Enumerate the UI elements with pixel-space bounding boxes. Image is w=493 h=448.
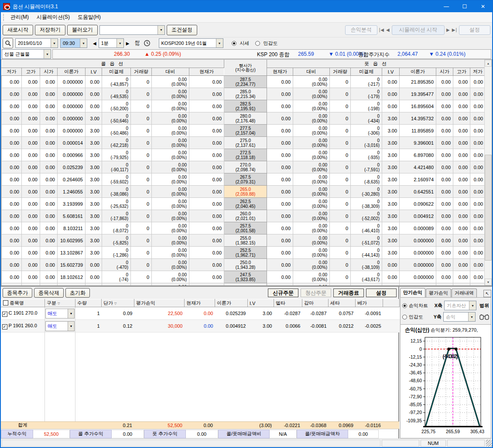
option-row[interactable]: 0.000.000.003.1939993.000(-25,632)00.00(…	[2, 198, 486, 210]
y-axis-combobox[interactable]: 손익 ▼	[443, 312, 476, 322]
option-row[interactable]: 0.000.000.000.0000000.000(-43,857)00.00(…	[2, 76, 486, 88]
maximize-button[interactable]: ☐	[455, 1, 474, 12]
condition-settings-button[interactable]: 조건설정	[167, 25, 197, 35]
save-button[interactable]: 저장하기	[35, 25, 65, 35]
option-row[interactable]: 0.000.000.0018.1026120.000(-74)00.00(0.0…	[2, 271, 486, 283]
option-row[interactable]: 0.000.000.0010.6029953.000(-5,825)00.00(…	[2, 234, 486, 247]
chevron-down-icon[interactable]: ▼	[51, 39, 58, 48]
option-column-header[interactable]: 이론가	[400, 68, 436, 76]
new-start-button[interactable]: 새로시작	[3, 25, 33, 35]
tab-trade-history[interactable]: 거래내역	[452, 288, 477, 297]
positions-column-header[interactable]: 평가손익	[134, 299, 185, 307]
profit-analysis-button[interactable]: 손익분석	[345, 25, 377, 35]
option-row[interactable]: 0.000.000.000.0252393.000(-90,117)00.00(…	[2, 161, 486, 173]
sensitivity-radio[interactable]	[255, 41, 260, 46]
popout-arrow-icon[interactable]: ↖	[483, 290, 491, 297]
option-column-header[interactable]: I.V	[86, 68, 102, 76]
option-column-header[interactable]: 저가	[470, 68, 486, 76]
option-row[interactable]: 0.000.000.000.2646053.000(-59,602)00.00(…	[2, 173, 486, 186]
x-axis-combobox[interactable]: 기초자산 ▼	[444, 301, 476, 310]
option-column-header[interactable]: 시가	[40, 68, 58, 76]
menu-help[interactable]: 도움말(H)	[74, 14, 105, 21]
menu-manage[interactable]: 관리(M)	[7, 14, 33, 21]
time-combobox[interactable]: 09:30 ▼	[60, 38, 87, 48]
clock-icon[interactable]	[144, 40, 151, 47]
pnl-chart-radio[interactable]	[402, 303, 407, 308]
position-row[interactable]: ✓P 1901 260.0매도▼10.1230,0000.000.0049123…	[1, 320, 400, 333]
zoom-search-button[interactable]	[3, 38, 13, 48]
resize-grip[interactable]	[486, 440, 492, 447]
option-column-header[interactable]: 시가	[436, 68, 453, 76]
option-row[interactable]: 0.000.000.000.0000000.000(-49,535)00.00(…	[2, 88, 486, 100]
option-row[interactable]: 0.000.000.001.2460553.000(-38,086)00.00(…	[2, 186, 486, 198]
option-row[interactable]: 0.000.000.000.0000003.000(-50,646)00.00(…	[2, 112, 486, 125]
option-column-header[interactable]: 저가	[2, 68, 22, 76]
chevron-down-icon[interactable]: ▼	[468, 312, 475, 321]
positions-column-header[interactable]: 구분 ▽	[45, 299, 75, 307]
positions-column-header[interactable]: 현재가	[185, 299, 215, 307]
positions-column-header[interactable]: 이론가	[215, 299, 248, 307]
sensitivity-chart-radio[interactable]	[402, 315, 407, 319]
close-trading-button[interactable]: 거래종료	[333, 288, 364, 297]
option-row[interactable]: 0.000.000.000.0009663.000(-79,925)00.00(…	[2, 149, 486, 161]
menu-simulation[interactable]: 시뮬레이션(S)	[33, 14, 74, 21]
rewind-icon[interactable]: ◀	[386, 27, 390, 32]
tab-expiry-pnl[interactable]: 만기손익	[400, 288, 425, 297]
chevron-down-icon[interactable]: ▼	[216, 39, 223, 48]
chevron-down-icon[interactable]: ▼	[116, 39, 123, 48]
liquidation-order-button[interactable]: 청산주문	[301, 288, 331, 297]
option-row[interactable]: 0.000.000.0015.6027390.000(-470)00.00(0.…	[2, 259, 486, 271]
new-order-button[interactable]: 신규주문	[268, 288, 298, 297]
auto-icon[interactable]: AUTO	[135, 40, 139, 46]
option-column-header[interactable]: 이론가	[58, 68, 86, 76]
forward-icon[interactable]: ▶	[446, 27, 450, 32]
select-all-checkbox[interactable]	[3, 300, 8, 305]
positions-column-header[interactable]: 단가 ▽	[102, 299, 134, 307]
option-row[interactable]: 0.000.000.0013.1028673.000(-1,286)00.00(…	[2, 247, 486, 259]
scrollbar-thumb[interactable]	[485, 155, 492, 261]
position-checkbox[interactable]: ✓	[2, 312, 7, 317]
option-column-header[interactable]: I.V	[382, 68, 400, 76]
positions-column-header[interactable]: 세타	[329, 299, 356, 307]
side-combobox[interactable]: 매도▼	[45, 309, 75, 319]
position-row[interactable]: ✓C 1901 270.0매도▼10.0922,5000.000.0252393…	[1, 307, 400, 320]
option-column-header[interactable]: 고가	[453, 68, 470, 76]
simulation-start-button[interactable]: 시뮬레이션 시작	[392, 25, 445, 35]
option-column-header[interactable]: 대비	[152, 68, 189, 76]
delete-item-button[interactable]: 종목삭제	[34, 288, 64, 298]
scroll-down-icon[interactable]: ▼	[485, 278, 492, 285]
step-forward-button[interactable]: ▶	[126, 41, 130, 46]
order-settings-button[interactable]: 설정	[366, 288, 397, 297]
side-combobox[interactable]: 매도▼	[45, 321, 75, 331]
price-radio[interactable]	[232, 41, 236, 46]
product-combobox[interactable]: KOSPI200 19년 01월 ▼	[159, 38, 223, 48]
position-checkbox[interactable]: ✓	[2, 324, 7, 329]
option-row[interactable]: 0.000.000.005.6081613.000(-17,863)00.00(…	[2, 210, 486, 222]
chevron-down-icon[interactable]: ▼	[469, 301, 476, 310]
option-row[interactable]: 0.000.000.000.0000003.000(-50,486)00.00(…	[2, 125, 486, 137]
load-button[interactable]: 불러오기	[67, 25, 98, 35]
option-column-header[interactable]: 현재가	[267, 68, 293, 76]
close-button[interactable]: ✕	[474, 1, 492, 12]
preset-combobox[interactable]: ▼	[99, 25, 165, 35]
settings-button[interactable]: 설정	[459, 25, 490, 35]
minimize-button[interactable]: —	[437, 1, 455, 12]
step-back-button[interactable]: ◀	[93, 41, 96, 46]
binoculars-icon[interactable]	[479, 313, 489, 320]
reset-button[interactable]: 초기화	[65, 288, 90, 298]
option-column-header[interactable]: 미결제	[351, 68, 382, 76]
option-column-header[interactable]: 현재가	[189, 68, 224, 76]
interval-combobox[interactable]: 1분 ▼	[99, 38, 124, 48]
option-row[interactable]: 0.000.000.008.1032113.000(-8,072)00.00(0…	[2, 222, 486, 234]
option-column-header[interactable]: 대비	[293, 68, 330, 76]
option-row[interactable]: 0.000.000.00000.00(0.00%)0.00245.0.000.0…	[2, 283, 486, 286]
positions-column-header[interactable]: I.V	[248, 299, 274, 307]
rewind-start-icon[interactable]: |◀	[379, 27, 384, 32]
positions-column-header[interactable]: 수량	[75, 299, 102, 307]
option-row[interactable]: 0.000.000.000.0000000.000(-50,200)00.00(…	[2, 100, 486, 112]
option-column-header[interactable]: 고가	[22, 68, 40, 76]
futures-combobox[interactable]: 선물 근월물 ▼	[2, 49, 51, 59]
option-row[interactable]: 0.000.000.000.0000143.000(-62,218)00.00(…	[2, 137, 486, 149]
chevron-down-icon[interactable]: ▼	[80, 39, 87, 48]
option-column-header[interactable]: 미결제	[102, 68, 131, 76]
